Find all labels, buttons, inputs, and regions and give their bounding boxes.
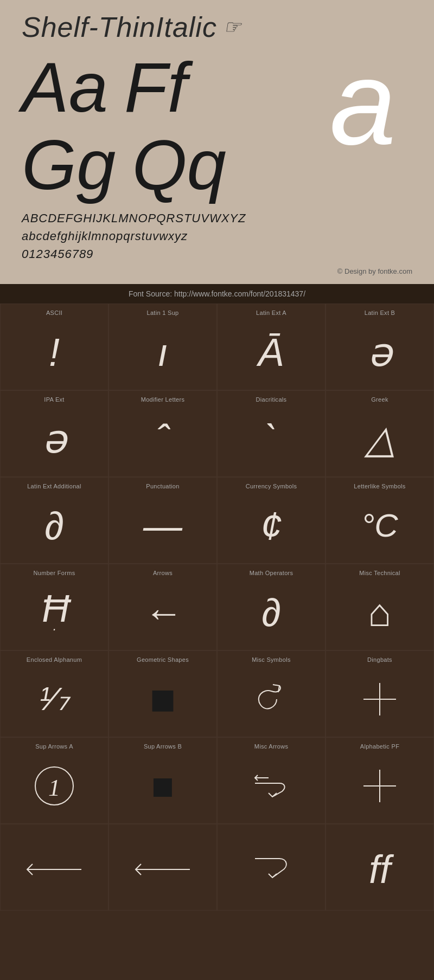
unicode-cell-arrowleft1 (0, 824, 108, 911)
unicode-label-punctuation: Punctuation (146, 483, 179, 489)
letter-pairs: Aa Ff Gg Qq a (22, 49, 412, 204)
unicode-char-arrowleft1 (22, 833, 87, 906)
unicode-char-latin1sup: ı (157, 319, 168, 385)
design-credit: © Design by fontke.com (22, 267, 412, 279)
unicode-char-suparrowsa: 1 (33, 753, 76, 819)
uppercase-alphabet: ABCDEFGHIJKLMNOPQRSTUVWXYZ (22, 209, 412, 227)
unicode-cell-suparrowsa: Sup Arrows A 1 (0, 737, 108, 824)
unicode-char-ascii: ! (49, 319, 60, 385)
unicode-label-arrows: Arrows (153, 570, 173, 576)
unicode-label-suparrowsa: Sup Arrows A (35, 743, 73, 750)
unicode-cell-latin1sup: Latin 1 Sup ı (108, 304, 217, 390)
cursor-icon: ☞ (224, 16, 241, 38)
unicode-char-latinextb: ə (368, 319, 392, 385)
letter-qq: Qq (132, 126, 226, 204)
letter-row-1: Aa Ff (22, 49, 226, 126)
unicode-cell-geometric: Geometric Shapes ■ (108, 650, 217, 737)
unicode-cell-currency: Currency Symbols ¢ (217, 477, 326, 564)
alphabet-section: ABCDEFGHIJKLMNOPQRSTUVWXYZ abcdefghijklm… (22, 209, 412, 263)
letter-aa: Aa (22, 49, 108, 126)
unicode-char-arrowleft2 (130, 833, 195, 906)
unicode-char-miscarrows (250, 753, 293, 819)
unicode-label-latin1sup: Latin 1 Sup (147, 310, 179, 316)
preview-section: Shelf-ThinItalic ☞ Aa Ff Gg Qq a ABCDEFG… (0, 0, 434, 284)
unicode-label-miscarrows: Misc Arrows (254, 743, 289, 750)
unicode-cell-ipaext: IPA Ext ə (0, 390, 108, 477)
unicode-cell-ffligature: ff (326, 824, 434, 911)
unicode-label-latinextb: Latin Ext B (365, 310, 395, 316)
unicode-label-numberforms: Number Forms (34, 570, 75, 576)
unicode-char-latinextadd: ∂ (44, 493, 64, 559)
unicode-label-dingbats: Dingbats (367, 656, 392, 663)
unicode-char-arrows: ← (143, 579, 182, 646)
unicode-cell-ascii: ASCII ! (0, 304, 108, 390)
unicode-cell-suparrowsb: Sup Arrows B ■ (108, 737, 217, 824)
unicode-cell-greek: Greek △ (326, 390, 434, 477)
unicode-cell-arrowcurl (217, 824, 326, 911)
unicode-char-enclosedalpha: ¹⁄₇ (40, 666, 69, 732)
font-source: Font Source: http://www.fontke.com/font/… (0, 284, 434, 304)
unicode-label-letterlike: Letterlike Symbols (354, 483, 405, 489)
unicode-char-suparrowsb: ■ (151, 753, 174, 819)
letter-gg: Gg (22, 126, 116, 204)
unicode-char-ipaext: ə (42, 406, 66, 472)
unicode-cell-misctech: Misc Technical ⌂ (326, 564, 434, 650)
unicode-label-geometric: Geometric Shapes (137, 656, 189, 663)
unicode-cell-latinextadd: Latin Ext Additional ∂ (0, 477, 108, 564)
unicode-char-geometric: ■ (150, 666, 176, 732)
unicode-cell-mathops: Math Operators ∂ (217, 564, 326, 650)
unicode-cell-enclosedalpha: Enclosed Alphanum ¹⁄₇ (0, 650, 108, 737)
unicode-char-greek: △ (365, 406, 395, 472)
unicode-cell-arrows: Arrows ← (108, 564, 217, 650)
unicode-label-latinextadd: Latin Ext Additional (27, 483, 81, 489)
unicode-label-enclosedalpha: Enclosed Alphanum (27, 656, 82, 663)
dark-section: Font Source: http://www.fontke.com/font/… (0, 284, 434, 911)
letter-ff: Ff (124, 49, 187, 126)
unicode-cell-latinextb: Latin Ext B ə (326, 304, 434, 390)
unicode-cell-letterlike: Letterlike Symbols °C (326, 477, 434, 564)
lowercase-alphabet: abcdefghijklmnopqrstuvwxyz (22, 227, 412, 245)
letter-row-2: Gg Qq (22, 126, 226, 204)
unicode-cell-alphabeticpf: Alphabetic PF (326, 737, 434, 824)
letter-a-white: a (330, 43, 396, 163)
unicode-char-modifier: ˆ (156, 406, 169, 472)
unicode-grid: ASCII ! Latin 1 Sup ı Latin Ext A Ā Lati… (0, 304, 434, 911)
unicode-char-numberforms: Ħ · (42, 579, 67, 646)
unicode-char-letterlike: °C (361, 493, 398, 559)
unicode-label-misctech: Misc Technical (359, 570, 400, 576)
unicode-label-modifier: Modifier Letters (141, 396, 185, 403)
unicode-char-arrowcurl (250, 833, 293, 906)
unicode-label-ipaext: IPA Ext (44, 396, 64, 403)
font-name: Shelf-ThinItalic (22, 11, 217, 43)
unicode-char-latinexta: Ā (258, 319, 284, 385)
unicode-char-mathops: ∂ (261, 579, 281, 646)
unicode-label-alphabeticpf: Alphabetic PF (360, 743, 399, 750)
unicode-cell-punctuation: Punctuation — (108, 477, 217, 564)
unicode-cell-modifier: Modifier Letters ˆ (108, 390, 217, 477)
unicode-cell-arrowleft2 (108, 824, 217, 911)
unicode-label-mathops: Math Operators (250, 570, 293, 576)
unicode-label-diacriticals: Diacriticals (256, 396, 287, 403)
svg-text:1: 1 (48, 775, 60, 801)
unicode-char-miscsymbols (250, 666, 293, 732)
digits: 0123456789 (22, 245, 412, 263)
unicode-char-ffligature: ff (369, 833, 391, 906)
unicode-char-diacriticals: ` (265, 406, 278, 472)
unicode-label-greek: Greek (371, 396, 388, 403)
unicode-label-miscsymbols: Misc Symbols (252, 656, 290, 663)
unicode-cell-dingbats: Dingbats (326, 650, 434, 737)
letter-pair-left: Aa Ff Gg Qq (22, 49, 226, 204)
unicode-label-latinexta: Latin Ext A (256, 310, 286, 316)
unicode-char-alphabeticpf (361, 753, 399, 819)
unicode-cell-numberforms: Number Forms Ħ · (0, 564, 108, 650)
unicode-char-currency: ¢ (260, 493, 282, 559)
unicode-label-ascii: ASCII (46, 310, 62, 316)
unicode-cell-miscarrows: Misc Arrows (217, 737, 326, 824)
unicode-cell-latinexta: Latin Ext A Ā (217, 304, 326, 390)
unicode-cell-diacriticals: Diacriticals ` (217, 390, 326, 477)
unicode-cell-miscsymbols: Misc Symbols (217, 650, 326, 737)
unicode-char-misctech: ⌂ (368, 579, 392, 646)
unicode-char-dingbats (361, 666, 399, 732)
unicode-label-currency: Currency Symbols (246, 483, 297, 489)
unicode-label-suparrowsb: Sup Arrows B (144, 743, 182, 750)
